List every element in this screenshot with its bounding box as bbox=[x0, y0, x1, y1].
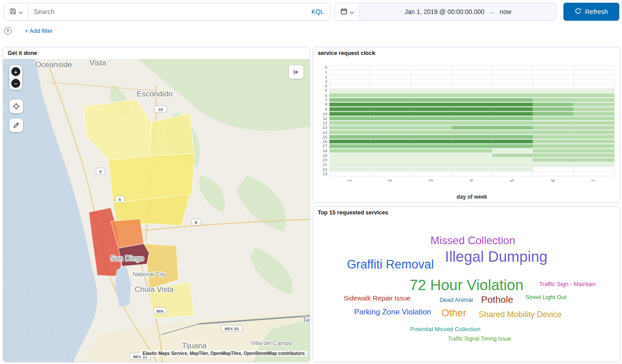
heatmap-cell[interactable] bbox=[533, 131, 573, 134]
tagcloud-word[interactable]: Dead Animal bbox=[439, 296, 473, 303]
zoom-out-button[interactable]: − bbox=[11, 79, 20, 88]
panel-title[interactable]: Top 15 requested services bbox=[318, 209, 388, 216]
heatmap-cell[interactable] bbox=[492, 144, 533, 148]
heatmap-cell[interactable] bbox=[370, 135, 411, 139]
heatmap-cell[interactable] bbox=[533, 94, 573, 97]
heatmap-cell[interactable] bbox=[370, 144, 411, 148]
heatmap-cell[interactable] bbox=[574, 158, 614, 162]
heatmap-cell[interactable] bbox=[452, 98, 492, 102]
calendar-button[interactable] bbox=[335, 3, 360, 20]
heatmap-cell[interactable] bbox=[574, 94, 614, 97]
heatmap-cell[interactable] bbox=[574, 140, 614, 143]
tagcloud-word[interactable]: Shared Mobility Device bbox=[479, 310, 562, 319]
heatmap-cell[interactable] bbox=[533, 117, 573, 120]
heatmap-cell[interactable] bbox=[452, 103, 492, 106]
heatmap-cell[interactable] bbox=[492, 126, 533, 129]
heatmap-cell[interactable] bbox=[370, 168, 411, 171]
heatmap-cell[interactable] bbox=[370, 98, 411, 102]
heatmap-cell[interactable] bbox=[329, 98, 370, 102]
heatmap-cell[interactable] bbox=[533, 103, 573, 106]
heatmap-cell[interactable] bbox=[533, 154, 573, 157]
heatmap-cell[interactable] bbox=[574, 154, 614, 157]
heatmap-cell[interactable] bbox=[370, 117, 411, 120]
heatmap-cell[interactable] bbox=[411, 158, 452, 162]
date-start[interactable]: Jan 1, 2019 @ 00:00:00.000 bbox=[405, 8, 485, 15]
heatmap-cell[interactable] bbox=[329, 89, 370, 92]
heatmap-cell[interactable] bbox=[370, 126, 411, 129]
heatmap-cell[interactable] bbox=[574, 149, 614, 153]
heatmap-cell[interactable] bbox=[452, 107, 492, 111]
heatmap-cell[interactable] bbox=[370, 149, 411, 153]
legend-collapse-button[interactable] bbox=[289, 65, 303, 79]
heatmap-cell[interactable] bbox=[533, 135, 573, 139]
heatmap-cell[interactable] bbox=[452, 149, 492, 153]
tagcloud-word[interactable]: Traffic Signal Timing Issue bbox=[448, 336, 511, 342]
heatmap-cell[interactable] bbox=[329, 149, 370, 153]
heatmap-cell[interactable] bbox=[452, 140, 492, 143]
heatmap-cell[interactable] bbox=[492, 135, 533, 139]
heatmap-cell[interactable] bbox=[574, 98, 614, 102]
heatmap-cell[interactable] bbox=[492, 112, 533, 116]
heatmap-cell[interactable] bbox=[533, 107, 573, 111]
heatmap-cell[interactable] bbox=[411, 163, 452, 166]
date-range[interactable]: Jan 1, 2019 @ 00:00:00.000 → now bbox=[360, 3, 556, 20]
heatmap-cell[interactable] bbox=[329, 163, 370, 166]
tagcloud-word[interactable]: Potential Missed Collection bbox=[410, 326, 480, 332]
filter-settings-icon[interactable] bbox=[4, 27, 12, 35]
heatmap-cell[interactable] bbox=[574, 135, 614, 139]
heatmap-cell[interactable] bbox=[492, 103, 533, 106]
tagcloud-word[interactable]: Missed Collection bbox=[430, 234, 515, 247]
heatmap-cell[interactable] bbox=[452, 112, 492, 116]
tagcloud-word[interactable]: Parking Zone Violation bbox=[354, 308, 431, 317]
heatmap-cell[interactable] bbox=[492, 89, 533, 92]
heatmap-cell[interactable] bbox=[329, 117, 370, 120]
heatmap-cell[interactable] bbox=[574, 144, 614, 148]
heatmap-cell[interactable] bbox=[492, 94, 533, 97]
heatmap-cell[interactable] bbox=[574, 121, 614, 125]
heatmap-cell[interactable] bbox=[533, 126, 573, 129]
map[interactable]: 15558805MEX 2DMEX 1DOceansideVistaEscond… bbox=[3, 59, 310, 362]
heatmap-cell[interactable] bbox=[370, 154, 411, 157]
heatmap-cell[interactable] bbox=[411, 98, 452, 102]
heatmap-cell[interactable] bbox=[370, 89, 411, 92]
heatmap-cell[interactable] bbox=[574, 163, 614, 166]
heatmap-cell[interactable] bbox=[329, 144, 370, 148]
heatmap-cell[interactable] bbox=[329, 140, 370, 143]
heatmap-cell[interactable] bbox=[452, 163, 492, 166]
tagcloud-word[interactable]: Street Light Out bbox=[525, 294, 566, 300]
heatmap-cell[interactable] bbox=[329, 121, 370, 125]
heatmap-cell[interactable] bbox=[533, 144, 573, 148]
heatmap-cell[interactable] bbox=[533, 158, 573, 162]
heatmap-cell[interactable] bbox=[492, 121, 533, 125]
heatmap-cell[interactable] bbox=[492, 117, 533, 120]
heatmap-cell[interactable] bbox=[492, 98, 533, 102]
heatmap-cell[interactable] bbox=[411, 140, 452, 143]
heatmap-cell[interactable] bbox=[452, 144, 492, 148]
heatmap-cell[interactable] bbox=[329, 168, 370, 171]
heatmap-cell[interactable] bbox=[452, 135, 492, 139]
panel-title[interactable]: service request clock bbox=[318, 50, 375, 56]
heatmap-cell[interactable] bbox=[370, 163, 411, 166]
heatmap-cell[interactable] bbox=[574, 89, 614, 92]
heatmap-cell[interactable] bbox=[370, 131, 411, 134]
tagcloud-word[interactable]: Pothole bbox=[481, 294, 513, 305]
heatmap-cell[interactable] bbox=[533, 89, 573, 92]
heatmap-cell[interactable] bbox=[411, 126, 452, 129]
heatmap-cell[interactable] bbox=[411, 144, 452, 148]
heatmap-cell[interactable] bbox=[452, 168, 492, 171]
heatmap-cell[interactable] bbox=[574, 131, 614, 134]
heatmap-cell[interactable] bbox=[492, 168, 533, 171]
heatmap-cell[interactable] bbox=[329, 158, 370, 162]
heatmap-cell[interactable] bbox=[452, 117, 492, 120]
tagcloud-word[interactable]: Illegal Dumping bbox=[445, 248, 547, 265]
heatmap-cell[interactable] bbox=[411, 121, 452, 125]
heatmap-cell[interactable] bbox=[452, 126, 492, 129]
heatmap-cell[interactable] bbox=[329, 107, 370, 111]
heatmap-cell[interactable] bbox=[452, 89, 492, 92]
heatmap-cell[interactable] bbox=[492, 154, 533, 157]
heatmap-cell[interactable] bbox=[492, 149, 533, 153]
heatmap-cell[interactable] bbox=[329, 131, 370, 134]
heatmap-cell[interactable] bbox=[533, 149, 573, 153]
heatmap-cell[interactable] bbox=[492, 140, 533, 143]
tagcloud-word[interactable]: Traffic Sign - Maintain bbox=[539, 281, 596, 287]
